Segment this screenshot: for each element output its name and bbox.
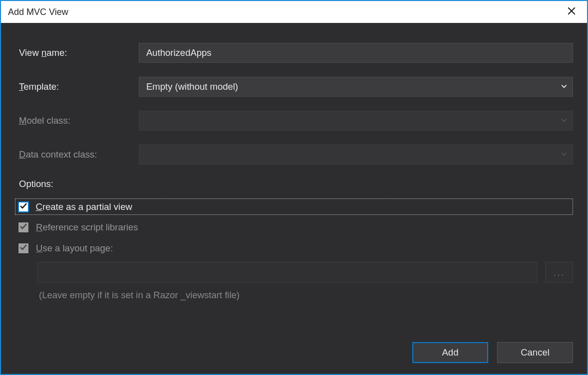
chevron-down-icon bbox=[561, 81, 568, 92]
checkbox-label: Reference script libraries bbox=[36, 222, 138, 233]
row-data-context: Data context class: bbox=[15, 145, 573, 165]
dialog-body: View name: AuthorizedApps Template: Empt… bbox=[1, 23, 587, 374]
checkbox-label: Create as a partial view bbox=[36, 201, 132, 212]
dialog-footer: Add Cancel bbox=[412, 342, 573, 363]
close-button[interactable] bbox=[560, 3, 583, 21]
label-view-name: View name: bbox=[15, 47, 139, 58]
data-context-dropdown bbox=[139, 145, 573, 165]
label-template: Template: bbox=[15, 81, 139, 92]
template-dropdown[interactable]: Empty (without model) bbox=[139, 77, 573, 97]
row-template: Template: Empty (without model) bbox=[15, 77, 573, 97]
options-heading: Options: bbox=[15, 179, 573, 189]
window-title: Add MVC View bbox=[8, 7, 68, 17]
checkbox-row-use-layout: Use a layout page: bbox=[15, 240, 573, 257]
checkmark-icon bbox=[19, 222, 27, 233]
layout-hint: (Leave empty if it is set in a Razor _vi… bbox=[39, 290, 573, 301]
layout-path-input bbox=[37, 262, 537, 283]
label-model-class: Model class: bbox=[15, 115, 139, 126]
row-view-name: View name: AuthorizedApps bbox=[15, 43, 573, 63]
checkbox-reference-scripts bbox=[18, 222, 29, 233]
checkmark-icon bbox=[19, 243, 27, 254]
label-data-context: Data context class: bbox=[15, 149, 139, 160]
checkbox-row-reference-scripts: Reference script libraries bbox=[15, 219, 573, 236]
cancel-button[interactable]: Cancel bbox=[497, 342, 573, 363]
checkbox-partial-view[interactable] bbox=[18, 201, 29, 212]
checkbox-use-layout bbox=[18, 243, 29, 254]
titlebar: Add MVC View bbox=[1, 1, 587, 23]
chevron-down-icon bbox=[561, 149, 568, 160]
view-name-input[interactable]: AuthorizedApps bbox=[139, 43, 573, 63]
browse-button: ... bbox=[545, 262, 573, 283]
checkmark-icon bbox=[19, 201, 27, 212]
checkbox-row-partial-view[interactable]: Create as a partial view bbox=[15, 198, 573, 215]
chevron-down-icon bbox=[561, 115, 568, 126]
add-button[interactable]: Add bbox=[412, 342, 488, 363]
row-model-class: Model class: bbox=[15, 111, 573, 131]
checkbox-label: Use a layout page: bbox=[36, 243, 113, 254]
close-icon bbox=[567, 6, 576, 17]
row-layout-path: ... bbox=[37, 262, 573, 283]
model-class-dropdown bbox=[139, 111, 573, 131]
